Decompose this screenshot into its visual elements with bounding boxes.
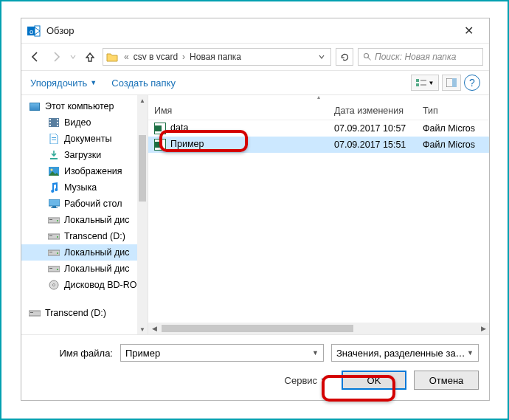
bottom-panel: Имя файла: Пример ▼ Значения, разделенны… (21, 334, 489, 400)
tools-menu[interactable]: Сервис ▼ (285, 375, 327, 386)
svg-point-31 (57, 236, 58, 238)
forward-button[interactable] (48, 49, 64, 65)
sidebar-scrollbar[interactable]: ▲ ▼ (137, 95, 148, 334)
sidebar-this-pc[interactable]: Этот компьютер (21, 98, 148, 114)
outlook-icon: o (27, 24, 41, 38)
image-icon (48, 165, 60, 177)
refresh-button[interactable] (336, 48, 353, 66)
search-icon (363, 52, 372, 61)
filename-input[interactable]: Пример ▼ (120, 344, 324, 362)
svg-point-28 (57, 220, 58, 221)
address-bar[interactable]: « csv в vcard › Новая папка (103, 48, 331, 66)
svg-point-22 (51, 169, 53, 171)
scroll-left-arrow[interactable]: ◀ (148, 325, 160, 332)
sidebar-item-label: Локальный дис (64, 247, 130, 258)
chevron-down-icon: ▼ (90, 79, 97, 86)
drive-icon (48, 214, 60, 226)
svg-rect-13 (49, 122, 51, 123)
recent-dropdown[interactable] (69, 49, 77, 65)
scroll-thumb-h[interactable] (162, 325, 353, 332)
file-open-dialog: o Обзор ✕ « csv в vcard › Новая папка (21, 18, 490, 401)
search-input[interactable]: Поиск: Новая папка (358, 48, 483, 66)
up-button[interactable] (82, 49, 98, 65)
svg-point-34 (57, 252, 58, 254)
sidebar-network-drive[interactable]: Transcend (D:) (21, 305, 148, 321)
svg-rect-12 (49, 119, 51, 120)
sidebar-item-label: Музыка (64, 182, 97, 193)
computer-icon (29, 100, 41, 112)
sidebar-item[interactable]: Локальный дис (21, 261, 148, 277)
sidebar-item[interactable]: Документы (21, 131, 148, 147)
sidebar-item-label: Дисковод BD-RО (64, 280, 136, 290)
file-type-filter[interactable]: Значения, разделенные запят ▼ (331, 344, 479, 362)
scroll-thumb[interactable] (139, 135, 146, 202)
svg-point-3 (364, 54, 369, 58)
svg-text:o: o (30, 28, 33, 35)
file-row[interactable]: Пример07.09.2017 15:51Файл Micros (148, 137, 489, 153)
svg-rect-14 (49, 125, 51, 126)
address-dropdown[interactable] (316, 52, 328, 62)
file-row[interactable]: data07.09.2017 10:57Файл Micros (148, 120, 489, 137)
drive-icon (29, 307, 41, 319)
preview-pane-button[interactable] (442, 75, 461, 91)
cancel-button[interactable]: Отмена (414, 371, 479, 390)
scroll-down-arrow[interactable]: ▼ (137, 324, 148, 334)
chevron-down-icon: ▼ (312, 349, 319, 357)
sidebar-item[interactable]: Загрузки (21, 147, 148, 163)
new-folder-button[interactable]: Создать папку (111, 78, 176, 89)
svg-rect-30 (49, 235, 52, 236)
sidebar-item-label: Transcend (D:) (64, 231, 125, 241)
svg-rect-27 (49, 219, 52, 220)
svg-line-4 (368, 58, 371, 61)
sidebar-item[interactable]: Видео (21, 114, 148, 131)
scroll-up-arrow[interactable]: ▲ (137, 95, 148, 106)
file-date: 07.09.2017 10:57 (328, 123, 417, 134)
folder-icon (106, 51, 118, 63)
file-name: Пример (170, 139, 204, 149)
sidebar-item[interactable]: Изображения (21, 163, 148, 179)
breadcrumb-2[interactable]: Новая папка (188, 52, 243, 62)
file-type: Файл Micros (417, 123, 489, 134)
ok-button[interactable]: OK (342, 371, 406, 390)
back-button[interactable] (27, 49, 44, 65)
sidebar-item[interactable]: Локальный дис (21, 244, 148, 261)
file-date: 07.09.2017 15:51 (328, 140, 417, 150)
svg-rect-40 (29, 311, 41, 316)
sidebar-item-label: Локальный дис (64, 215, 130, 225)
view-options-button[interactable]: ▼ (411, 75, 439, 91)
sidebar-item[interactable]: Transcend (D:) (21, 228, 148, 244)
svg-rect-41 (30, 312, 33, 313)
disc-icon (48, 279, 60, 291)
breadcrumb-1[interactable]: csv в vcard (132, 52, 179, 62)
svg-rect-15 (57, 119, 58, 120)
drive-icon (48, 247, 60, 258)
sidebar-item-label: Локальный дис (64, 264, 130, 274)
sidebar-item-label: Загрузки (64, 150, 101, 160)
document-icon (48, 133, 60, 145)
sidebar-item-label: Видео (64, 117, 91, 128)
column-name[interactable]: Имя (148, 106, 328, 116)
column-type[interactable]: Тип (417, 106, 489, 116)
organize-menu[interactable]: Упорядочить ▼ (30, 78, 97, 89)
svg-rect-36 (49, 268, 52, 269)
svg-rect-25 (51, 207, 58, 208)
close-button[interactable]: ✕ (454, 18, 483, 43)
excel-file-icon (154, 123, 166, 134)
svg-rect-5 (416, 79, 419, 82)
chevron-down-icon: ▼ (320, 376, 327, 384)
sidebar-item[interactable]: Музыка (21, 179, 148, 196)
breadcrumb-separator: « (121, 52, 132, 62)
column-date[interactable]: Дата изменения (328, 106, 417, 116)
svg-rect-1 (35, 26, 40, 36)
scroll-right-arrow[interactable]: ▶ (477, 325, 489, 332)
help-button[interactable]: ? (464, 75, 480, 91)
sidebar-item[interactable]: Локальный дис (21, 212, 148, 228)
filename-label: Имя файла: (32, 348, 113, 359)
horizontal-scrollbar[interactable]: ◀ ▶ (148, 323, 489, 334)
download-icon (48, 149, 60, 161)
sidebar-item-label: Рабочий стол (64, 199, 122, 209)
sidebar-item[interactable]: Дисковод BD-RО (21, 277, 148, 293)
svg-rect-16 (57, 122, 58, 123)
window-title: Обзор (46, 25, 75, 36)
sidebar-item[interactable]: Рабочий стол (21, 196, 148, 212)
